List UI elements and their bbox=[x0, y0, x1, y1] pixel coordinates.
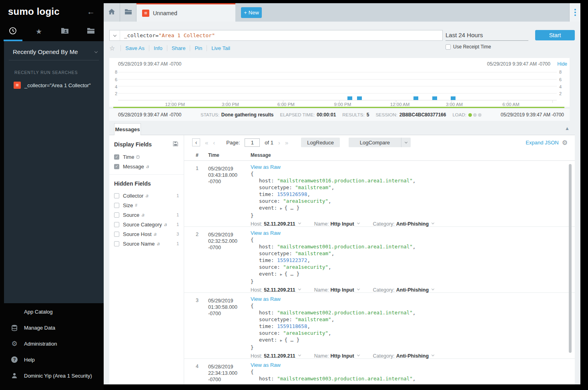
view-as-raw-link[interactable]: View as Raw bbox=[251, 164, 281, 170]
sidebar-item-user[interactable]: Dominic Yip (Area 1 Security) bbox=[0, 368, 104, 384]
expand-event-icon[interactable]: ▶ bbox=[280, 272, 285, 276]
field-checkbox[interactable]: ✓ bbox=[114, 154, 119, 160]
expand-event-icon[interactable]: ▶ bbox=[280, 338, 285, 342]
new-tab-button[interactable]: + New bbox=[241, 7, 262, 18]
field-checkbox[interactable] bbox=[114, 203, 119, 208]
view-as-raw-link[interactable]: View as Raw bbox=[251, 362, 281, 368]
recent-search-item[interactable]: ≡ _collector="Area 1 Collector" bbox=[4, 80, 104, 91]
meta-field-dropdown[interactable]: Name:Http Input bbox=[314, 221, 359, 227]
sidebar-item-help[interactable]: ? Help bbox=[0, 352, 104, 368]
field-row[interactable]: ✓Messagea bbox=[109, 162, 184, 171]
view-as-raw-link[interactable]: View as Raw bbox=[251, 296, 281, 302]
nav-library[interactable] bbox=[78, 23, 104, 40]
message-row: 105/29/201903:43:18.000 -0700View as Raw… bbox=[184, 161, 575, 227]
nav-favorites[interactable]: ★ bbox=[26, 23, 52, 40]
field-checkbox[interactable] bbox=[114, 232, 119, 237]
prev-page-button[interactable]: ‹ bbox=[213, 139, 215, 146]
status-value: 2B8BC4BC80377166 bbox=[399, 112, 446, 118]
histogram-bar[interactable] bbox=[357, 96, 362, 100]
footer-item-label: Manage Data bbox=[24, 325, 55, 331]
meta-field-dropdown[interactable]: Name:Http Input bbox=[314, 287, 359, 293]
live-tail-link[interactable]: Live Tail bbox=[207, 45, 235, 51]
field-checkbox[interactable] bbox=[114, 241, 119, 246]
field-row[interactable]: Source Categorya1 bbox=[109, 220, 184, 229]
meta-field-dropdown[interactable]: Category:Anti-Phishing bbox=[373, 221, 434, 227]
folder-icon bbox=[124, 9, 132, 16]
histogram-bar[interactable] bbox=[413, 96, 418, 100]
scrollbar-thumb[interactable] bbox=[569, 164, 572, 353]
json-value: "mailstreamwest002.production.area1.inte… bbox=[277, 310, 413, 316]
sidebar-item-app-catalog[interactable]: App Catalog bbox=[0, 304, 104, 320]
last-page-button[interactable]: » bbox=[285, 139, 288, 146]
field-row[interactable]: Collectora1 bbox=[109, 191, 184, 200]
chevron-down-icon bbox=[405, 140, 407, 143]
home-tab-button[interactable] bbox=[104, 3, 120, 22]
sidebar-nav: ★ bbox=[0, 23, 104, 40]
meta-field-dropdown[interactable]: Host:52.11.209.211 bbox=[251, 353, 301, 359]
field-checkbox[interactable] bbox=[114, 222, 119, 227]
histogram-plot[interactable]: 8 6 4 2 8 6 4 2 12:00 PM3:00 PM6:00 PM9:… bbox=[118, 72, 557, 100]
sidebar-item-administration[interactable]: ⚙ Administration bbox=[0, 336, 104, 352]
sumo-logic-logo: sumo logic bbox=[8, 6, 60, 17]
save-fields-icon[interactable] bbox=[173, 141, 178, 148]
field-row[interactable]: ✓Time bbox=[109, 152, 184, 162]
field-row[interactable]: Sourcea1 bbox=[109, 210, 184, 220]
logcompare-button[interactable]: LogCompare bbox=[349, 138, 401, 147]
nav-personal-folder[interactable] bbox=[52, 23, 78, 40]
info-link[interactable]: Info bbox=[149, 45, 167, 51]
gridline bbox=[118, 79, 557, 80]
meta-field-dropdown[interactable]: Host:52.11.209.211 bbox=[251, 287, 301, 293]
tab-strip: ≡ Unnamed + New bbox=[104, 3, 580, 22]
field-checkbox[interactable] bbox=[114, 212, 119, 218]
settings-gear-icon[interactable]: ⚙ bbox=[562, 139, 568, 146]
query-history-dropdown[interactable] bbox=[110, 30, 120, 40]
y-tick-label: 2 bbox=[112, 91, 117, 96]
expand-json-link[interactable]: Expand JSON bbox=[526, 140, 558, 146]
view-as-raw-link[interactable]: View as Raw bbox=[251, 230, 281, 236]
meta-field-dropdown[interactable]: Name:Http Input bbox=[314, 353, 359, 359]
save-as-link[interactable]: Save As bbox=[120, 45, 149, 51]
folder-tab-button[interactable] bbox=[120, 3, 136, 22]
search-query-input[interactable]: _collector="Area 1 Collector" bbox=[109, 30, 443, 41]
meta-field-dropdown[interactable]: Host:52.11.209.211 bbox=[251, 221, 301, 227]
expand-event-icon[interactable]: ▶ bbox=[280, 206, 285, 210]
field-checkbox[interactable]: ✓ bbox=[114, 164, 119, 169]
share-link[interactable]: Share bbox=[167, 45, 190, 51]
nav-recents[interactable] bbox=[0, 23, 26, 40]
hide-histogram-link[interactable]: Hide bbox=[557, 61, 567, 67]
field-row[interactable]: Source Hosta3 bbox=[109, 229, 184, 239]
time-range-selector[interactable]: Last 24 Hours bbox=[446, 30, 528, 41]
search-actions: ☆ Save As Info Share Pin Live Tail bbox=[109, 44, 235, 52]
logcompare-dropdown[interactable] bbox=[401, 138, 411, 147]
collapse-fields-button[interactable]: ‹ bbox=[192, 138, 200, 146]
kebab-menu-icon[interactable] bbox=[569, 3, 580, 22]
field-checkbox[interactable] bbox=[114, 193, 119, 198]
histogram-bar[interactable] bbox=[432, 96, 437, 100]
sidebar-item-manage-data[interactable]: Manage Data bbox=[0, 320, 104, 336]
tab-unnamed[interactable]: ≡ Unnamed bbox=[136, 3, 235, 22]
json-line: event: ▶ { … } bbox=[251, 270, 559, 278]
tab-messages[interactable]: Messages bbox=[114, 123, 141, 135]
next-page-button[interactable]: › bbox=[278, 139, 280, 146]
tab-label: Unnamed bbox=[153, 10, 177, 16]
logreduce-button[interactable]: LogReduce bbox=[301, 138, 340, 147]
use-receipt-time[interactable]: Use Receipt Time bbox=[446, 44, 491, 50]
meta-field-dropdown[interactable]: Category:Anti-Phishing bbox=[373, 287, 434, 293]
sidebar-collapse-arrow-icon[interactable]: ← bbox=[87, 7, 95, 16]
receipt-time-checkbox[interactable] bbox=[446, 44, 451, 50]
histogram-bar[interactable] bbox=[451, 96, 456, 100]
favorite-star-icon[interactable]: ☆ bbox=[109, 44, 115, 52]
field-row[interactable]: Source Namea1 bbox=[109, 239, 184, 248]
histogram-bar[interactable] bbox=[347, 96, 352, 100]
histogram-panel: 05/28/2019 9:39:47 AM -0700 05/29/2019 9… bbox=[109, 58, 570, 107]
start-button[interactable]: Start bbox=[535, 30, 575, 40]
pin-link[interactable]: Pin bbox=[190, 45, 207, 51]
recently-opened-dropdown[interactable]: Recently Opened By Me bbox=[9, 41, 99, 60]
page-input[interactable] bbox=[245, 138, 260, 147]
y-tick-label: 2 bbox=[559, 91, 565, 96]
meta-field-dropdown[interactable]: Category:Anti-Phishing bbox=[373, 353, 434, 359]
collapse-panel-icon[interactable]: ▲ bbox=[565, 126, 570, 131]
elapsed-time-field: ELAPSED TIME: 00:00:01 bbox=[280, 112, 336, 118]
field-row[interactable]: Size# bbox=[109, 200, 184, 210]
first-page-button[interactable]: « bbox=[205, 139, 208, 146]
